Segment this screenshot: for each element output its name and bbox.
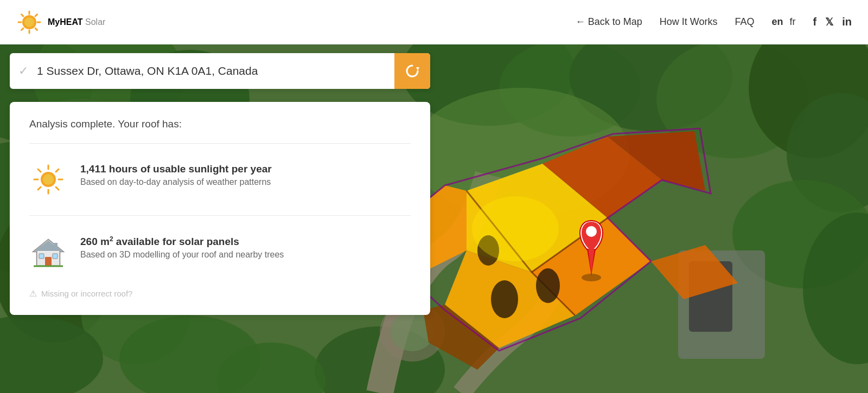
reset-icon: [404, 63, 420, 79]
svg-point-49: [536, 268, 560, 303]
navigation: ← Back to Map How It Works FAQ en fr f 𝕏…: [576, 16, 852, 28]
warning-icon: ⚠: [29, 288, 37, 299]
twitter-icon[interactable]: 𝕏: [825, 16, 833, 28]
svg-rect-70: [45, 257, 52, 266]
divider-2: [29, 215, 411, 216]
svg-point-1: [24, 17, 34, 27]
solar-area-stat-subtitle: Based on 3D modelling of your roof and n…: [80, 250, 284, 260]
address-text: 1 Sussex Dr, Ottawa, ON K1A 0A1, Canada: [37, 65, 394, 78]
svg-line-65: [38, 187, 41, 190]
reset-button[interactable]: [394, 53, 430, 89]
svg-line-6: [22, 14, 24, 16]
svg-line-8: [35, 14, 37, 16]
svg-line-62: [38, 169, 41, 172]
svg-rect-72: [53, 254, 58, 259]
svg-line-64: [56, 169, 59, 172]
svg-point-51: [472, 196, 559, 261]
solar-area-stat-title: 260 m2 available for solar panels: [80, 235, 284, 248]
faq-link[interactable]: FAQ: [735, 16, 755, 28]
solar-area-stat-content: 260 m2 available for solar panels Based …: [80, 235, 284, 260]
logo-sun-icon: [16, 9, 42, 35]
back-to-map-link[interactable]: ← Back to Map: [576, 16, 642, 28]
check-icon: ✓: [10, 64, 37, 78]
social-links: f 𝕏 in: [813, 16, 852, 28]
lang-en[interactable]: en: [772, 16, 783, 28]
analysis-text: Analysis complete. Your roof has:: [29, 118, 411, 130]
how-it-works-link[interactable]: How It Works: [660, 16, 718, 28]
linkedin-icon[interactable]: in: [842, 16, 852, 28]
logo-text: MyHEAT Solar: [48, 17, 105, 27]
logo: MyHEAT Solar: [16, 9, 105, 35]
svg-point-48: [491, 280, 518, 318]
svg-line-9: [22, 28, 24, 30]
divider-1: [29, 143, 411, 144]
svg-point-57: [43, 174, 54, 185]
sunlight-stat-row: 1,411 hours of usable sunlight per year …: [29, 154, 411, 204]
facebook-icon[interactable]: f: [813, 16, 817, 28]
svg-point-54: [586, 226, 597, 237]
sunlight-icon: [29, 163, 67, 196]
svg-marker-68: [35, 241, 62, 251]
svg-marker-55: [416, 67, 419, 70]
lang-fr[interactable]: fr: [790, 16, 796, 28]
sunlight-stat-title: 1,411 hours of usable sunlight per year: [80, 163, 272, 175]
missing-roof-text: Missing or incorrect roof?: [41, 289, 132, 298]
sunlight-stat-content: 1,411 hours of usable sunlight per year …: [80, 163, 272, 187]
svg-rect-71: [39, 254, 44, 259]
sunlight-stat-subtitle: Based on day-to-day analysis of weather …: [80, 177, 272, 187]
svg-line-63: [56, 187, 59, 190]
missing-roof-link[interactable]: ⚠ Missing or incorrect roof?: [29, 288, 411, 299]
house-icon: [29, 235, 67, 269]
header: MyHEAT Solar ← Back to Map How It Works …: [0, 0, 868, 44]
solar-area-stat-row: 260 m2 available for solar panels Based …: [29, 227, 411, 278]
info-panel: Analysis complete. Your roof has: 1,411 …: [10, 102, 430, 315]
address-bar: ✓ 1 Sussex Dr, Ottawa, ON K1A 0A1, Canad…: [10, 53, 430, 89]
language-switcher: en fr: [772, 16, 796, 28]
svg-line-7: [35, 28, 37, 30]
svg-rect-73: [54, 243, 58, 248]
